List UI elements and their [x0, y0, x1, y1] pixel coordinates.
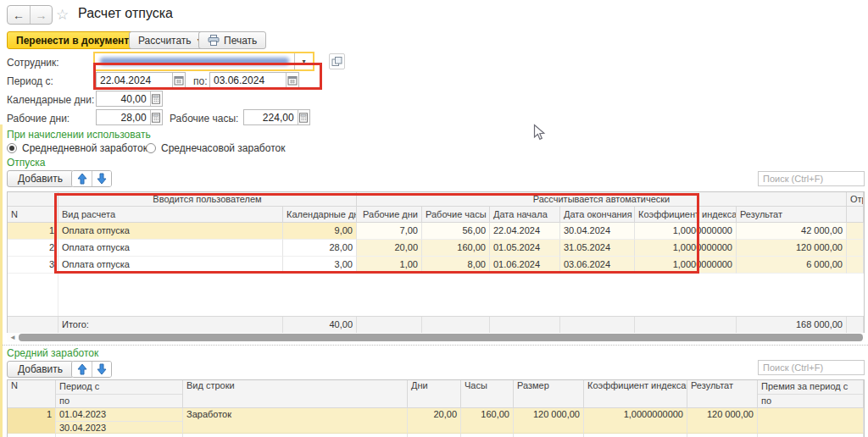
open-form-icon	[331, 56, 342, 67]
calendar-days-label: Календарные дни:	[7, 94, 94, 106]
calendar-days-input[interactable]	[97, 91, 150, 106]
nav-history-group: ← →	[7, 5, 53, 25]
favorite-star-icon[interactable]: ☆	[56, 6, 69, 24]
move-to-document-button[interactable]: Перенести в документ	[7, 31, 138, 49]
vacations-add-button[interactable]: Добавить	[7, 170, 74, 187]
avg-earnings-search-input[interactable]	[758, 360, 865, 375]
group-cut-off: Отр	[847, 192, 864, 207]
arrow-down-icon	[97, 173, 107, 185]
move-up-button[interactable]	[72, 171, 92, 186]
arrow-down-icon	[97, 363, 107, 375]
total-label: Итого:	[58, 317, 283, 333]
table-row-partial	[8, 434, 864, 437]
work-hours-label: Рабочие часы:	[170, 113, 238, 124]
radio-daily-earnings[interactable]: Среднедневной заработок	[7, 142, 147, 154]
print-label: Печать	[224, 35, 257, 47]
vacations-search-input[interactable]	[758, 171, 865, 186]
form-left-edge	[0, 124, 3, 437]
work-days-label: Рабочие дни:	[7, 113, 70, 124]
page-title: Расчет отпуска	[78, 6, 173, 21]
scrollbar-thumb[interactable]	[19, 334, 863, 341]
radio-hourly-earnings[interactable]: Среднечасовой заработок	[146, 142, 285, 154]
avg-earnings-column-header: N Период с по Вид строки Дни Часы Размер…	[8, 380, 864, 408]
radio-hourly-label: Среднечасовой заработок	[161, 142, 285, 154]
arrow-up-icon	[77, 363, 87, 375]
vacations-section-title: Отпуска	[7, 157, 45, 169]
calculate-label: Рассчитать	[138, 35, 192, 47]
radio-daily-label: Среднедневной заработок	[22, 142, 147, 154]
forward-icon[interactable]: →	[30, 6, 52, 24]
calendar-days-field[interactable]	[96, 91, 163, 107]
employee-open-button[interactable]	[329, 53, 345, 69]
print-button[interactable]: Печать	[198, 31, 266, 49]
radio-unselected-icon	[146, 143, 156, 153]
vacations-move-group	[71, 170, 112, 187]
total-result: 168 000,00	[737, 317, 847, 333]
avg-earnings-section-title: Средний заработок	[7, 347, 98, 359]
period-from-label: Период с:	[7, 75, 53, 87]
total-calendar-days: 40,00	[283, 317, 357, 333]
mouse-cursor	[533, 124, 546, 141]
move-up-button[interactable]	[72, 362, 92, 377]
work-hours-field[interactable]	[243, 109, 310, 125]
avg-earnings-add-button[interactable]: Добавить	[7, 361, 74, 378]
printer-icon	[208, 35, 220, 46]
vacation-calc-window: ← → ☆ Расчет отпуска Перенести в докумен…	[0, 0, 868, 437]
calculator-icon[interactable]	[150, 110, 162, 124]
calculator-icon[interactable]	[298, 110, 309, 124]
radio-selected-icon	[7, 143, 17, 153]
vacations-total-row: Итого: 40,00 168 000,00	[8, 316, 864, 333]
work-days-input[interactable]	[97, 110, 150, 124]
table-empty-area	[8, 274, 864, 316]
annotation-table-box	[54, 193, 699, 274]
work-hours-input[interactable]	[244, 110, 298, 124]
scroll-left-icon[interactable]: ◄	[7, 334, 19, 341]
accrual-section-title: При начислении использовать	[7, 129, 151, 141]
move-down-button[interactable]	[92, 362, 111, 377]
move-down-button[interactable]	[92, 171, 111, 186]
work-days-field[interactable]	[96, 109, 163, 125]
table-row[interactable]: 1 01.04.2023 30.04.2023 Заработок 20,00 …	[8, 408, 864, 434]
section-divider	[0, 345, 868, 346]
horizontal-scrollbar[interactable]: ◄	[7, 333, 865, 342]
avg-earnings-table: N Период с по Вид строки Дни Часы Размер…	[7, 379, 865, 437]
annotation-period-box	[93, 63, 322, 90]
arrow-up-icon	[77, 173, 87, 185]
avg-earnings-move-group	[71, 361, 112, 378]
employee-label: Сотрудник:	[7, 57, 59, 69]
back-icon[interactable]: ←	[8, 6, 30, 24]
calculator-icon[interactable]	[150, 91, 162, 106]
